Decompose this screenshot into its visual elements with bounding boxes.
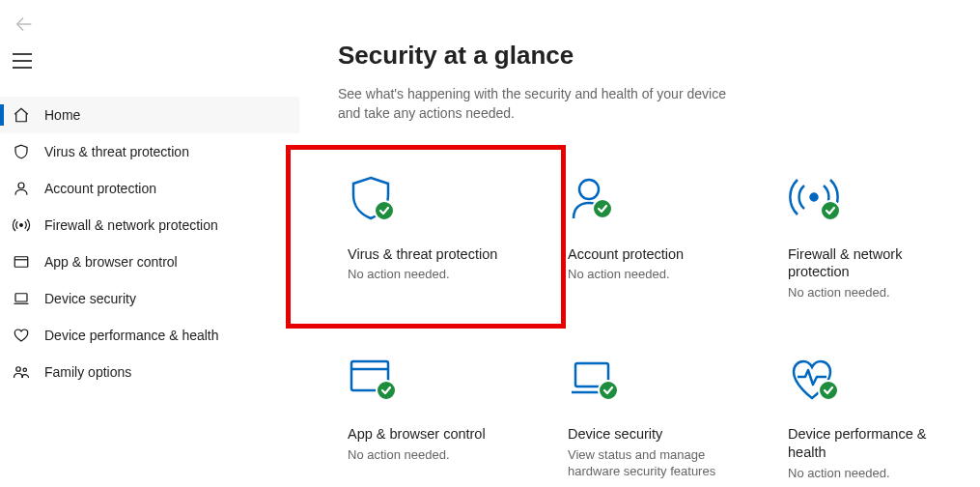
card-status: No action needed. (788, 466, 964, 482)
svg-point-12 (811, 193, 818, 200)
family-icon (12, 363, 31, 381)
nav-item-label: Virus & threat protection (44, 144, 189, 159)
card-virus-threat[interactable]: Virus & threat protection No action need… (338, 158, 531, 312)
windows-security-window: Home Virus & threat protection Account p… (0, 0, 980, 487)
broadcast-icon (788, 176, 964, 224)
nav-item-account-protection[interactable]: Account protection (0, 170, 299, 207)
nav-item-family-options[interactable]: Family options (0, 354, 299, 390)
home-icon (12, 106, 31, 124)
nav-item-label: Account protection (44, 181, 156, 196)
shield-icon (348, 176, 523, 224)
nav-item-label: App & browser control (44, 254, 178, 270)
person-icon (568, 176, 743, 224)
card-title: Virus & threat protection (348, 245, 523, 264)
svg-point-10 (23, 368, 26, 371)
svg-point-11 (579, 180, 599, 199)
hamburger-menu-button[interactable] (0, 35, 299, 70)
window-icon (12, 253, 31, 271)
shield-icon (12, 143, 31, 160)
card-status: No action needed. (348, 447, 523, 464)
laptop-icon (568, 356, 743, 404)
card-device-health[interactable]: Device performance & health No action ne… (778, 338, 971, 487)
laptop-icon (12, 290, 31, 307)
card-status: No action needed. (568, 267, 743, 283)
card-title: Device security (568, 425, 743, 444)
nav-item-label: Home (44, 107, 80, 123)
card-app-browser[interactable]: App & browser control No action needed. (338, 338, 531, 487)
card-status: No action needed. (788, 285, 964, 301)
card-status: View status and manage hardware security… (568, 447, 743, 480)
card-status: No action needed. (348, 267, 523, 283)
window-icon (348, 356, 523, 404)
nav-item-label: Family options (44, 364, 131, 380)
card-title: Account protection (568, 245, 743, 264)
card-title: Device performance & health (788, 425, 964, 462)
nav-item-device-health[interactable]: Device performance & health (0, 317, 299, 354)
card-device-security[interactable]: Device security View status and manage h… (558, 338, 751, 487)
sidebar: Home Virus & threat protection Account p… (0, 0, 299, 487)
card-firewall[interactable]: Firewall & network protection No action … (778, 158, 971, 312)
nav-item-virus-threat[interactable]: Virus & threat protection (0, 133, 299, 170)
heart-icon (12, 327, 31, 344)
back-button[interactable] (0, 10, 299, 35)
nav-item-device-security[interactable]: Device security (0, 280, 299, 317)
nav-item-label: Device performance & health (44, 328, 219, 343)
nav-item-app-browser[interactable]: App & browser control (0, 244, 299, 280)
broadcast-icon (12, 216, 31, 234)
page-subtitle: See what's happening with the security a… (338, 84, 743, 124)
nav-item-label: Device security (44, 291, 136, 306)
card-title: App & browser control (348, 425, 523, 444)
svg-point-5 (20, 224, 23, 227)
nav-list: Home Virus & threat protection Account p… (0, 97, 299, 390)
card-account-protection[interactable]: Account protection No action needed. (558, 158, 751, 312)
nav-item-label: Firewall & network protection (44, 217, 218, 233)
svg-point-4 (18, 183, 24, 188)
card-title: Firewall & network protection (788, 245, 964, 282)
svg-rect-8 (15, 294, 27, 301)
nav-item-firewall[interactable]: Firewall & network protection (0, 207, 299, 244)
person-icon (12, 180, 31, 197)
heart-pulse-icon (788, 356, 964, 404)
svg-rect-6 (14, 257, 28, 268)
page-title: Security at a glance (338, 41, 971, 71)
security-cards-grid: Virus & threat protection No action need… (338, 158, 971, 487)
nav-item-home[interactable]: Home (0, 97, 299, 133)
main-content: Security at a glance See what's happenin… (299, 0, 980, 487)
svg-point-9 (16, 367, 21, 372)
